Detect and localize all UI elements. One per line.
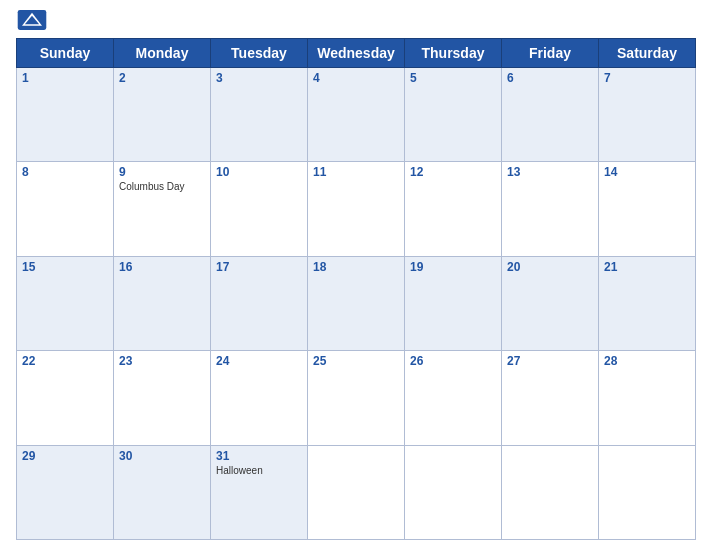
calendar-cell: 20 [502,256,599,350]
day-number: 26 [410,354,496,368]
calendar-cell: 27 [502,351,599,445]
day-of-week-monday: Monday [114,39,211,68]
calendar-cell: 2 [114,68,211,162]
day-number: 20 [507,260,593,274]
calendar-cell [599,445,696,539]
generalblue-logo-icon [16,10,48,30]
calendar-cell: 24 [211,351,308,445]
calendar-cell [502,445,599,539]
calendar-cell: 8 [17,162,114,256]
calendar-cell [405,445,502,539]
day-number: 2 [119,71,205,85]
day-number: 9 [119,165,205,179]
day-number: 14 [604,165,690,179]
day-number: 31 [216,449,302,463]
day-number: 24 [216,354,302,368]
calendar-header [16,10,696,32]
calendar-cell: 21 [599,256,696,350]
calendar-cell: 18 [308,256,405,350]
calendar-cell: 3 [211,68,308,162]
day-of-week-tuesday: Tuesday [211,39,308,68]
calendar-cell: 1 [17,68,114,162]
day-number: 6 [507,71,593,85]
day-of-week-sunday: Sunday [17,39,114,68]
day-number: 1 [22,71,108,85]
calendar-week-5: 293031Halloween [17,445,696,539]
calendar-cell: 25 [308,351,405,445]
day-number: 28 [604,354,690,368]
calendar-week-3: 15161718192021 [17,256,696,350]
calendar-cell: 15 [17,256,114,350]
day-number: 19 [410,260,496,274]
days-header-row: SundayMondayTuesdayWednesdayThursdayFrid… [17,39,696,68]
day-of-week-thursday: Thursday [405,39,502,68]
calendar-cell: 22 [17,351,114,445]
day-number: 18 [313,260,399,274]
calendar-cell: 29 [17,445,114,539]
day-number: 13 [507,165,593,179]
day-number: 30 [119,449,205,463]
calendar-cell [308,445,405,539]
day-number: 4 [313,71,399,85]
calendar-cell: 19 [405,256,502,350]
day-number: 27 [507,354,593,368]
day-number: 5 [410,71,496,85]
calendar-cell: 5 [405,68,502,162]
calendar-cell: 23 [114,351,211,445]
day-number: 12 [410,165,496,179]
day-number: 22 [22,354,108,368]
day-number: 11 [313,165,399,179]
day-of-week-friday: Friday [502,39,599,68]
day-number: 16 [119,260,205,274]
day-number: 15 [22,260,108,274]
calendar-cell: 28 [599,351,696,445]
day-of-week-wednesday: Wednesday [308,39,405,68]
calendar-cell: 10 [211,162,308,256]
calendar-cell: 14 [599,162,696,256]
calendar-cell: 6 [502,68,599,162]
day-number: 17 [216,260,302,274]
calendar-cell: 9Columbus Day [114,162,211,256]
calendar-cell: 7 [599,68,696,162]
calendar-cell: 12 [405,162,502,256]
day-number: 29 [22,449,108,463]
day-of-week-saturday: Saturday [599,39,696,68]
calendar-week-2: 89Columbus Day1011121314 [17,162,696,256]
calendar-table: SundayMondayTuesdayWednesdayThursdayFrid… [16,38,696,540]
calendar-event: Halloween [216,465,302,476]
logo [16,10,52,32]
day-number: 23 [119,354,205,368]
day-number: 3 [216,71,302,85]
calendar-cell: 11 [308,162,405,256]
calendar-cell: 17 [211,256,308,350]
calendar-cell: 16 [114,256,211,350]
day-number: 25 [313,354,399,368]
calendar-body: 123456789Columbus Day1011121314151617181… [17,68,696,540]
day-number: 8 [22,165,108,179]
calendar-cell: 13 [502,162,599,256]
calendar-week-1: 1234567 [17,68,696,162]
day-number: 21 [604,260,690,274]
calendar-cell: 30 [114,445,211,539]
calendar-cell: 31Halloween [211,445,308,539]
calendar-cell: 26 [405,351,502,445]
calendar-event: Columbus Day [119,181,205,192]
calendar-cell: 4 [308,68,405,162]
day-number: 7 [604,71,690,85]
calendar-week-4: 22232425262728 [17,351,696,445]
day-number: 10 [216,165,302,179]
